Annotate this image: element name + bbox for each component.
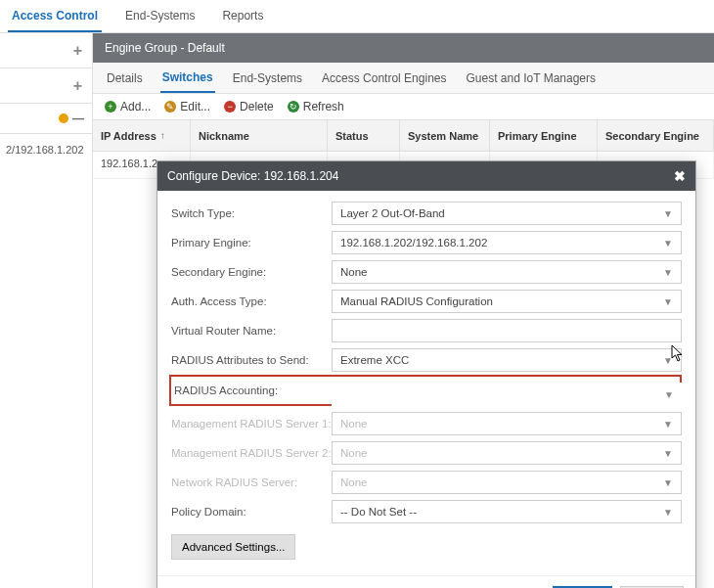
label-switch-type: Switch Type: xyxy=(171,207,332,219)
col-secondary-engine[interactable]: Secondary Engine xyxy=(598,120,714,151)
label-primary-engine: Primary Engine: xyxy=(171,237,332,249)
sort-asc-icon: ↑ xyxy=(160,130,165,141)
label-radius-acct: RADIUS Accounting: xyxy=(172,384,329,396)
tab-ace[interactable]: Access Control Engines xyxy=(320,65,448,92)
select-net-radius: None ▼ xyxy=(332,471,682,494)
label-auth-access: Auth. Access Type: xyxy=(171,295,332,307)
col-status[interactable]: Status xyxy=(328,120,400,151)
chevron-down-icon: ▼ xyxy=(663,208,673,219)
select-radius-attrs[interactable]: Extreme XCC ▼ xyxy=(332,348,682,372)
value-auth-access: Manual RADIUS Configuration xyxy=(340,295,493,307)
sidebar-status-row: — xyxy=(0,104,92,134)
refresh-button[interactable]: ↻ Refresh xyxy=(288,100,344,113)
value-net-radius: None xyxy=(340,476,368,488)
delete-button[interactable]: − Delete xyxy=(224,100,274,113)
edit-label: Edit... xyxy=(180,100,210,113)
top-tabs: Access Control End-Systems Reports xyxy=(0,0,714,33)
dialog-body: Switch Type: Layer 2 Out-Of-Band ▼ Prima… xyxy=(157,191,695,569)
input-vr-name[interactable] xyxy=(332,319,682,342)
select-secondary-engine[interactable]: None ▼ xyxy=(332,260,682,284)
chevron-down-icon: ▼ xyxy=(663,477,673,488)
tab-access-control[interactable]: Access Control xyxy=(8,1,102,32)
col-nickname[interactable]: Nickname xyxy=(191,120,328,151)
chevron-down-icon: ▼ xyxy=(663,267,673,278)
col-primary-engine[interactable]: Primary Engine xyxy=(490,120,598,151)
label-radius-attrs: RADIUS Attributes to Send: xyxy=(171,354,332,366)
edit-icon: ✎ xyxy=(164,101,176,113)
chevron-down-icon: ▼ xyxy=(663,448,673,459)
select-switch-type[interactable]: Layer 2 Out-Of-Band ▼ xyxy=(332,202,682,225)
label-mgmt-r2: Management RADIUS Server 2: xyxy=(171,447,332,459)
plus-icon[interactable]: + xyxy=(73,42,82,60)
value-policy: -- Do Not Set -- xyxy=(340,506,417,518)
warning-icon xyxy=(59,113,68,123)
value-radius-attrs: Extreme XCC xyxy=(340,354,409,366)
col-system-name[interactable]: System Name xyxy=(400,120,490,151)
chevron-down-icon: ▼ xyxy=(663,507,673,518)
tab-switches[interactable]: Switches xyxy=(160,64,215,93)
close-icon[interactable]: ✖ xyxy=(674,168,686,184)
value-secondary-engine: None xyxy=(340,266,368,278)
chevron-down-icon: ▼ xyxy=(663,238,673,249)
chevron-down-icon: ▼ xyxy=(663,296,673,307)
value-primary-engine: 192.168.1.202/192.168.1.202 xyxy=(340,237,487,249)
chevron-down-icon: ▼ xyxy=(663,355,673,366)
add-icon: + xyxy=(105,101,116,113)
configure-device-dialog: Configure Device: 192.168.1.204 ✖ Switch… xyxy=(156,160,696,588)
tab-guest-iot[interactable]: Guest and IoT Managers xyxy=(464,65,598,92)
label-policy: Policy Domain: xyxy=(171,506,332,518)
sidebar-ip-label[interactable]: 2/192.168.1.202 xyxy=(0,134,92,165)
tab-end-systems[interactable]: End-Systems xyxy=(121,1,199,32)
sidebar-row-2: + xyxy=(0,68,92,104)
label-secondary-engine: Secondary Engine: xyxy=(171,266,332,278)
select-mgmt-r2: None ▼ xyxy=(332,441,682,465)
dialog-footer: Save Close xyxy=(157,575,695,588)
label-mgmt-r1: Management RADIUS Server 1: xyxy=(171,418,332,430)
tab-end-systems-sub[interactable]: End-Systems xyxy=(231,65,304,92)
delete-label: Delete xyxy=(240,100,274,113)
sidebar: + + — 2/192.168.1.202 xyxy=(0,33,93,588)
col-ip[interactable]: IP Address ↑ xyxy=(93,120,191,151)
label-net-radius: Network RADIUS Server: xyxy=(171,476,332,488)
tab-reports[interactable]: Reports xyxy=(218,1,267,32)
value-mgmt-r1: None xyxy=(340,418,368,430)
select-primary-engine[interactable]: 192.168.1.202/192.168.1.202 ▼ xyxy=(332,231,682,254)
label-vr-name: Virtual Router Name: xyxy=(171,325,332,337)
refresh-icon: ↻ xyxy=(288,101,299,113)
dash-icon: — xyxy=(72,112,84,125)
select-radius-acct[interactable]: ▼ xyxy=(332,383,682,406)
sub-tabs: Details Switches End-Systems Access Cont… xyxy=(93,63,714,94)
engine-group-header: Engine Group - Default xyxy=(93,33,714,63)
chevron-down-icon: ▼ xyxy=(663,419,673,430)
toolbar: + Add... ✎ Edit... − Delete ↻ Refresh xyxy=(93,94,714,120)
dialog-titlebar[interactable]: Configure Device: 192.168.1.204 ✖ xyxy=(157,161,695,191)
grid-header: IP Address ↑ Nickname Status System Name… xyxy=(93,120,714,152)
refresh-label: Refresh xyxy=(303,100,344,113)
add-button[interactable]: + Add... xyxy=(105,100,151,113)
dialog-title: Configure Device: 192.168.1.204 xyxy=(167,169,338,183)
select-mgmt-r1: None ▼ xyxy=(332,412,682,435)
value-mgmt-r2: None xyxy=(340,447,368,459)
col-ip-label: IP Address xyxy=(101,130,156,142)
plus-icon[interactable]: + xyxy=(73,77,82,95)
advanced-settings-button[interactable]: Advanced Settings... xyxy=(171,534,295,560)
sidebar-row-1: + xyxy=(0,33,92,68)
select-auth-access[interactable]: Manual RADIUS Configuration ▼ xyxy=(332,290,682,313)
delete-icon: − xyxy=(224,101,236,113)
add-label: Add... xyxy=(120,100,151,113)
edit-button[interactable]: ✎ Edit... xyxy=(164,100,210,113)
chevron-down-icon: ▼ xyxy=(664,389,674,400)
tab-details[interactable]: Details xyxy=(105,65,145,92)
select-policy[interactable]: -- Do Not Set -- ▼ xyxy=(332,500,682,523)
value-switch-type: Layer 2 Out-Of-Band xyxy=(340,207,445,219)
